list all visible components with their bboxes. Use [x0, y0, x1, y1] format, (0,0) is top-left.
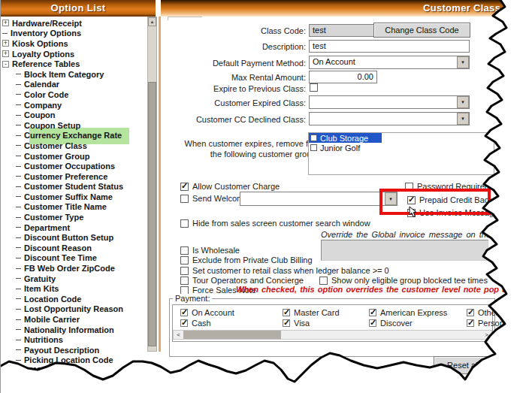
invoice-message-textarea[interactable]: [321, 240, 488, 261]
payment-option[interactable]: Visa: [283, 319, 310, 328]
tree-item[interactable]: Discount Button Setup: [1, 232, 147, 243]
chevron-down-icon[interactable]: ▼: [457, 113, 469, 125]
tree-line: [16, 115, 21, 116]
scroll-up-icon[interactable]: ▲: [148, 17, 156, 26]
checkbox-icon[interactable]: [180, 319, 188, 327]
group-list-item[interactable]: Junior Golf: [309, 143, 494, 153]
tree-item[interactable]: Payout Description: [1, 345, 147, 355]
customer-cc-declined-class-select[interactable]: ▼: [309, 112, 470, 125]
checkbox-icon[interactable]: [319, 277, 328, 285]
tree-item[interactable]: FB Web Order ZipCode: [1, 263, 147, 274]
payment-option[interactable]: Cash: [180, 319, 211, 328]
checkbox-icon[interactable]: [467, 319, 474, 327]
scrollbar-thumb[interactable]: [148, 82, 156, 346]
scroll-right-icon[interactable]: >: [482, 331, 491, 339]
default-payment-method-select[interactable]: On Account ▼: [309, 56, 470, 69]
checkbox-icon[interactable]: [283, 319, 290, 327]
checkbox-icon[interactable]: [180, 195, 189, 203]
tree-item[interactable]: Item Kits: [1, 283, 147, 294]
tree-item[interactable]: Customer Type: [1, 212, 147, 222]
payment-option[interactable]: Discover: [369, 319, 413, 328]
tree-item[interactable]: Nutritions: [1, 334, 147, 345]
tree-item[interactable]: Lost Opportunity Reason: [1, 304, 147, 315]
group-list-item[interactable]: Club Storage: [309, 133, 382, 143]
tree-item[interactable]: Coupon: [1, 110, 147, 120]
tree-item[interactable]: Customer Student Status: [1, 182, 147, 192]
plus-expander-icon[interactable]: +: [2, 40, 9, 47]
tree-item[interactable]: Profit Center: [1, 376, 147, 386]
checkbox-icon[interactable]: [180, 286, 189, 295]
checkbox-icon[interactable]: [180, 267, 189, 275]
is-wholesale-row[interactable]: Is Wholesale: [180, 246, 240, 255]
max-rental-amount-input[interactable]: 0.00: [309, 71, 377, 83]
payment-option[interactable]: Personal: [467, 319, 510, 328]
set-retail-class-row[interactable]: Set customer to retail class when ledger…: [180, 266, 389, 275]
payment-option[interactable]: American Express: [369, 308, 447, 317]
exclude-private-club-row[interactable]: Exclude from Private Club Billing: [180, 255, 313, 265]
expire-to-previous-class-checkbox[interactable]: [310, 83, 318, 92]
tour-operators-row[interactable]: Tour Operators and Concierge: [180, 276, 304, 285]
payment-scrollbar[interactable]: < >: [173, 330, 492, 340]
tree-item[interactable]: Coupon Setup: [1, 120, 147, 131]
tree-item[interactable]: +Kiosk Options: [1, 38, 147, 49]
checkbox-icon[interactable]: [180, 246, 189, 255]
expire-groups-listbox[interactable]: Club StorageJunior Golf: [308, 132, 494, 175]
allow-customer-charge-row[interactable]: Allow Customer Charge: [180, 182, 280, 191]
payment-option[interactable]: Master Card: [283, 308, 340, 317]
description-input[interactable]: test: [309, 40, 470, 53]
checkbox-icon[interactable]: [310, 144, 317, 151]
checkbox-icon[interactable]: [180, 219, 189, 228]
tree-item[interactable]: Customer Preference: [1, 171, 147, 182]
tree-item[interactable]: Inventory Options: [1, 29, 147, 39]
welcome-email-select[interactable]: ▼: [240, 192, 397, 206]
tree-item[interactable]: Company: [1, 100, 147, 110]
payment-group-label: Payment:: [173, 294, 212, 303]
tree-item[interactable]: +Hardware/Receipt: [1, 18, 147, 29]
checkbox-icon[interactable]: [467, 309, 474, 316]
tree-item[interactable]: Customer Suffix Name: [1, 192, 147, 202]
tree-item[interactable]: Customer Group: [1, 151, 147, 162]
tree-item[interactable]: Customer Class: [1, 141, 147, 151]
checkbox-icon[interactable]: [283, 309, 290, 316]
tree-item[interactable]: +Loyalty Options: [1, 49, 147, 59]
tree-item[interactable]: Block Item Category: [1, 69, 147, 80]
tree-item[interactable]: Customer Title Name: [1, 202, 147, 213]
reset-all-button[interactable]: Reset all: [434, 356, 493, 374]
tree-item[interactable]: Location Code: [1, 294, 147, 304]
tree-item[interactable]: Nationality Information: [1, 325, 147, 335]
tree-item-label: Customer Group: [24, 152, 89, 161]
chevron-down-icon[interactable]: ▼: [457, 56, 469, 68]
minus-expander-icon[interactable]: -: [2, 61, 9, 68]
plus-expander-icon[interactable]: +: [2, 50, 9, 57]
payment-option[interactable]: Other: [467, 308, 499, 317]
tree-item[interactable]: PMS Itemizer: [1, 365, 147, 376]
tree-item[interactable]: Customer Occupations: [1, 161, 147, 171]
tree-item[interactable]: Gratuity: [1, 274, 147, 284]
sidebar-scrollbar[interactable]: ▲: [147, 17, 157, 352]
checkbox-icon[interactable]: [369, 319, 376, 327]
tree-item[interactable]: Currency Exchange Rate: [1, 131, 147, 141]
customer-expired-class-select[interactable]: ▼: [309, 95, 470, 109]
checkbox-icon[interactable]: [180, 309, 188, 316]
checkbox-icon[interactable]: [310, 135, 317, 141]
checkbox-icon[interactable]: [180, 183, 189, 191]
tree-item[interactable]: Calendar: [1, 80, 147, 90]
tree-item[interactable]: Color Code: [1, 89, 147, 100]
scrollbar-thumb[interactable]: [183, 331, 281, 339]
hide-from-sales-row[interactable]: Hide from sales screen customer search w…: [180, 219, 370, 228]
tree-item[interactable]: -Reference Tables: [1, 59, 147, 69]
plus-expander-icon[interactable]: +: [2, 20, 9, 26]
chevron-down-icon[interactable]: ▼: [457, 96, 469, 108]
checkbox-icon[interactable]: [180, 256, 189, 265]
scroll-left-icon[interactable]: <: [174, 331, 183, 339]
change-class-code-button[interactable]: Change Class Code: [373, 23, 470, 38]
tree-item[interactable]: Department: [1, 222, 147, 233]
checkbox-icon[interactable]: [180, 277, 189, 285]
payment-option[interactable]: On Account: [180, 308, 234, 317]
tree-item[interactable]: Discount Tee Time: [1, 253, 147, 264]
tree-item[interactable]: Picking Location Code: [1, 355, 147, 366]
tree-item[interactable]: Mobile Carrier: [1, 314, 147, 325]
tree-item[interactable]: Discount Reason: [1, 243, 147, 253]
show-eligible-tee-times-row[interactable]: Show only eligible group blocked tee tim…: [319, 276, 488, 285]
checkbox-icon[interactable]: [369, 309, 376, 316]
